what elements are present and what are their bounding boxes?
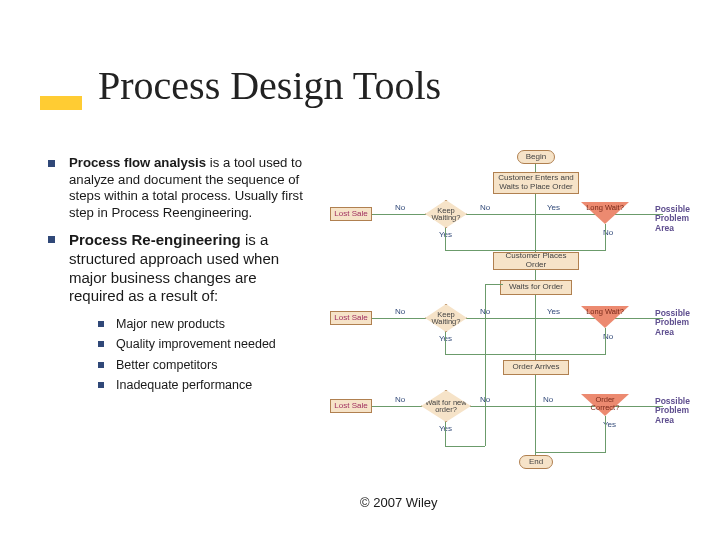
bullet-icon [98,362,104,368]
sub-bullet-text: Major new products [116,316,225,332]
list-item: Better competitors [98,357,308,373]
bullet-text: Process Re-engineering is a structured a… [69,231,308,306]
flow-line [445,354,535,355]
bullet-icon [48,236,55,243]
sub-bullet-list: Major new products Quality improvement n… [98,316,308,393]
flow-problem-area: Possible Problem Area [655,397,705,425]
bullet-bold: Process Re-engineering [69,231,241,248]
flow-line [445,332,446,354]
flow-label-no: No [395,203,405,212]
flow-begin: Begin [517,150,555,164]
bullet-bold: Process flow analysis [69,155,206,170]
flow-line [536,354,606,355]
flow-line [535,162,536,462]
bullet-icon [98,321,104,327]
bullet-icon [98,341,104,347]
flow-line [536,452,606,453]
flow-keep-waiting: Keep Waiting? [425,200,467,228]
sub-bullet-text: Better competitors [116,357,217,373]
flow-lost-sale: Lost Sale [330,311,372,325]
flowchart: Begin Customer Enters and Waits to Place… [325,150,705,475]
flow-line [605,328,606,354]
flow-label-yes: Yes [547,203,560,212]
copyright: © 2007 Wiley [360,495,438,510]
flow-line [485,284,503,285]
flow-lost-sale: Lost Sale [330,207,372,221]
bullet-item: Process flow analysis is a tool used to … [48,155,308,221]
flow-problem-area: Possible Problem Area [655,205,705,233]
sub-bullet-text: Quality improvement needed [116,336,276,352]
lost-sale-label: Lost Sale [334,314,367,323]
flow-line [605,224,606,250]
bullet-icon [48,160,55,167]
flow-customer-enters: Customer Enters and Waits to Place Order [493,172,579,194]
flow-lost-sale: Lost Sale [330,399,372,413]
flow-label-yes: Yes [547,307,560,316]
accent-bar [40,96,82,110]
flow-label-no: No [543,395,553,404]
flow-label-no: No [395,395,405,404]
flow-waits-order: Waits for Order [500,280,572,295]
lost-sale-label: Lost Sale [334,402,367,411]
flow-order-arrives: Order Arrives [503,360,569,375]
flow-line [485,284,486,446]
bullet-item: Process Re-engineering is a structured a… [48,231,308,306]
flow-line [445,228,446,250]
lost-sale-label: Lost Sale [334,210,367,219]
flow-line [445,446,485,447]
flow-long-wait-label: Long Wait? [581,308,629,316]
page-title: Process Design Tools [98,62,441,109]
flow-order-correct-label: Order Correct? [581,396,629,411]
flow-label-no: No [395,307,405,316]
flow-line [605,416,606,452]
flow-keep-waiting: Keep Waiting? [425,304,467,332]
flow-customer-places: Customer Places Order [493,252,579,270]
list-item: Inadequate performance [98,377,308,393]
flow-long-wait-label: Long Wait? [581,204,629,212]
list-item: Major new products [98,316,308,332]
sub-bullet-text: Inadequate performance [116,377,252,393]
flow-wait-new-order: Wait for new order? [421,390,471,422]
flow-end: End [519,455,553,469]
flow-label-no: No [480,203,490,212]
text-content: Process flow analysis is a tool used to … [48,155,308,397]
flow-line [445,422,446,446]
list-item: Quality improvement needed [98,336,308,352]
bullet-icon [98,382,104,388]
bullet-text: Process flow analysis is a tool used to … [69,155,308,221]
flow-problem-area: Possible Problem Area [655,309,705,337]
